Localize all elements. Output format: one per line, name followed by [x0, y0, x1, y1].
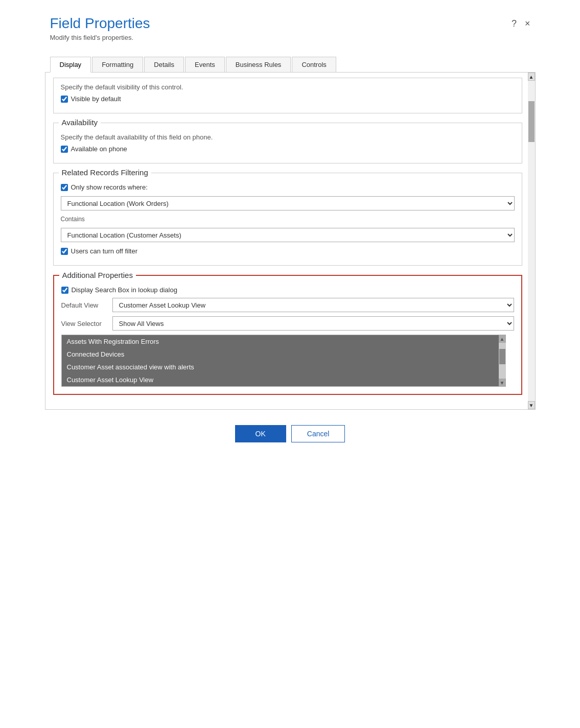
tab-events[interactable]: Events	[185, 57, 225, 72]
outer-scrollbar[interactable]: ▲ ▼	[528, 73, 535, 409]
tab-content: Specify the default visibility of this c…	[45, 73, 536, 410]
help-button[interactable]: ?	[512, 18, 517, 29]
related-records-section: Related Records Filtering Only show reco…	[53, 173, 522, 266]
listbox-item-4[interactable]: Customer Asset Lookup View	[62, 373, 505, 386]
tab-display[interactable]: Display	[50, 57, 91, 73]
display-search-box-checkbox[interactable]	[61, 287, 68, 294]
outer-scroll-down-button[interactable]: ▼	[528, 401, 535, 409]
visible-by-default-label: Visible by default	[71, 95, 121, 103]
dialog-header: Field Properties Modify this field's pro…	[40, 10, 541, 41]
contains-label: Contains	[61, 216, 515, 223]
dialog-title-area: Field Properties Modify this field's pro…	[50, 15, 150, 41]
related-records-content: Only show records where: Functional Loca…	[61, 183, 515, 255]
tab-bar: Display Formatting Details Events Busine…	[45, 57, 536, 73]
default-view-label: Default View	[61, 301, 107, 309]
listbox-scroll-down-button[interactable]: ▼	[499, 379, 506, 387]
additional-properties-section: Additional Properties Display Search Box…	[53, 275, 522, 395]
users-turn-off-filter-label: Users can turn off filter	[71, 247, 138, 255]
available-on-phone-row: Available on phone	[61, 145, 515, 153]
dialog-subtitle: Modify this field's properties.	[50, 34, 150, 41]
filter-dropdown1[interactable]: Functional Location (Work Orders)	[61, 196, 515, 210]
visibility-section: Specify the default visibility of this c…	[53, 78, 522, 113]
listbox-item-3[interactable]: Customer Asset associated view with aler…	[62, 361, 505, 373]
footer: OK Cancel	[40, 415, 541, 453]
only-show-records-checkbox[interactable]	[61, 184, 68, 191]
availability-description: Specify the default availability of this…	[61, 133, 515, 141]
outer-scroll-up-button[interactable]: ▲	[528, 73, 535, 81]
view-selector-label: View Selector	[61, 320, 107, 327]
view-selector-row: View Selector Show All Views	[61, 316, 514, 331]
availability-section: Availability Specify the default availab…	[53, 123, 522, 163]
default-view-select-wrapper: Customer Asset Lookup View	[112, 298, 514, 312]
tab-details[interactable]: Details	[144, 57, 184, 72]
close-button[interactable]: ×	[525, 18, 530, 29]
visible-by-default-checkbox[interactable]	[61, 96, 68, 103]
only-show-records-row: Only show records where:	[61, 183, 515, 191]
outer-scroll-thumb[interactable]	[528, 101, 535, 142]
tab-formatting[interactable]: Formatting	[92, 57, 143, 72]
dialog-controls: ? ×	[512, 18, 530, 29]
tab-business-rules[interactable]: Business Rules	[226, 57, 291, 72]
users-turn-off-filter-row: Users can turn off filter	[61, 247, 515, 255]
ok-button[interactable]: OK	[235, 425, 286, 442]
view-selector-select[interactable]: Show All Views	[112, 316, 514, 331]
listbox-scrollbar[interactable]: ▲ ▼	[499, 335, 506, 387]
scroll-area[interactable]: Specify the default visibility of this c…	[45, 73, 535, 409]
listbox-scroll-thumb[interactable]	[499, 349, 505, 364]
only-show-records-label: Only show records where:	[71, 183, 148, 191]
default-view-select[interactable]: Customer Asset Lookup View	[112, 298, 514, 312]
listbox-scroll-up-button[interactable]: ▲	[499, 335, 506, 343]
visible-by-default-row: Visible by default	[61, 95, 515, 103]
views-listbox[interactable]: Assets With Registration Errors Connecte…	[61, 335, 506, 387]
available-on-phone-label: Available on phone	[71, 145, 127, 153]
listbox-item-2[interactable]: Connected Devices	[62, 348, 505, 361]
visibility-description: Specify the default visibility of this c…	[61, 83, 515, 91]
outer-scroll-track	[528, 81, 535, 401]
additional-properties-title: Additional Properties	[59, 271, 136, 279]
users-turn-off-filter-checkbox[interactable]	[61, 248, 68, 255]
dialog-title: Field Properties	[50, 15, 150, 32]
listbox-item-1[interactable]: Assets With Registration Errors	[62, 335, 505, 348]
available-on-phone-checkbox[interactable]	[61, 146, 68, 153]
view-selector-select-wrapper: Show All Views	[112, 316, 514, 331]
filter-dropdown1-row: Functional Location (Work Orders)	[61, 196, 515, 210]
filter-dropdown2-row: Functional Location (Customer Assets)	[61, 228, 515, 242]
additional-properties-content: Display Search Box in lookup dialog Defa…	[61, 286, 514, 387]
availability-title: Availability	[59, 118, 101, 127]
filter-dropdown2[interactable]: Functional Location (Customer Assets)	[61, 228, 515, 242]
related-records-title: Related Records Filtering	[59, 168, 151, 177]
default-view-row: Default View Customer Asset Lookup View	[61, 298, 514, 312]
listbox-wrapper: Assets With Registration Errors Connecte…	[61, 335, 506, 387]
display-search-box-row: Display Search Box in lookup dialog	[61, 286, 514, 294]
field-properties-dialog: Field Properties Modify this field's pro…	[40, 0, 541, 453]
availability-content: Specify the default availability of this…	[61, 133, 515, 153]
tab-controls[interactable]: Controls	[292, 57, 336, 72]
display-search-box-label: Display Search Box in lookup dialog	[72, 286, 177, 294]
listbox-scroll-track	[499, 343, 506, 379]
cancel-button[interactable]: Cancel	[291, 425, 345, 442]
tab-content-wrapper: Specify the default visibility of this c…	[40, 73, 541, 410]
